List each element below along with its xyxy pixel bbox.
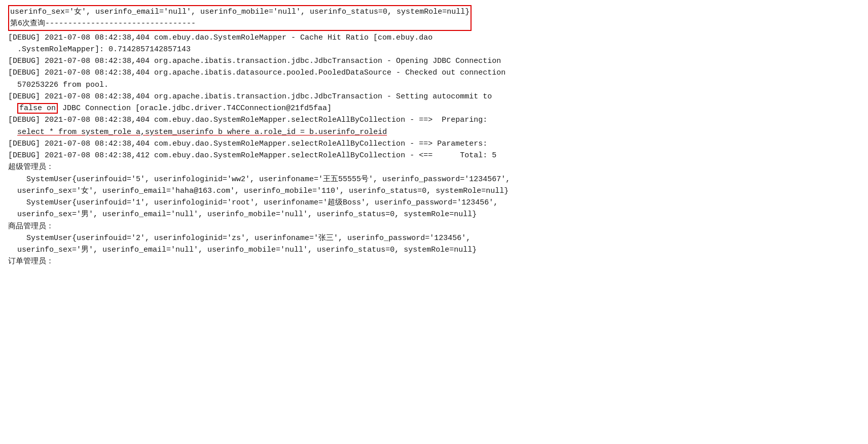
log-line: userinfo_sex='女', userinfo_email='null',… bbox=[10, 6, 469, 18]
log-line: SystemUser{userinfouid='1', userinfologi… bbox=[8, 197, 860, 209]
log-line: [DEBUG] 2021-07-08 08:42:38,404 org.apac… bbox=[8, 67, 860, 79]
log-line: 570253226 from pool. bbox=[8, 79, 860, 91]
log-line: [DEBUG] 2021-07-08 08:42:38,404 com.ebuy… bbox=[8, 138, 860, 150]
top-red-box: userinfo_sex='女', userinfo_email='null',… bbox=[8, 5, 472, 31]
log-line: SystemUser{userinfouid='2', userinfologi… bbox=[8, 232, 860, 244]
log-line: 订单管理员： bbox=[8, 256, 860, 267]
log-line: .SystemRoleMapper]: 0.7142857142857143 bbox=[8, 44, 860, 55]
log-line: 第6次查询--------------------------------- bbox=[10, 18, 469, 29]
false-on-highlight: false on bbox=[17, 103, 58, 114]
log-line: SystemUser{userinfouid='5', userinfologi… bbox=[8, 174, 860, 185]
sql-underline: select * from system_role a,system_useri… bbox=[17, 128, 387, 136]
log-line-underlined: select * from system_role a,system_useri… bbox=[8, 126, 860, 138]
log-line: userinfo_sex='男', userinfo_email='null',… bbox=[8, 209, 860, 220]
log-line: [DEBUG] 2021-07-08 08:42:38,404 com.ebuy… bbox=[8, 114, 860, 126]
log-line-false-on: false on JDBC Connection [oracle.jdbc.dr… bbox=[8, 103, 860, 114]
log-line: userinfo_sex='女', userinfo_email='haha@1… bbox=[8, 185, 860, 197]
log-line: userinfo_sex='男', userinfo_email='null',… bbox=[8, 244, 860, 256]
log-line: [DEBUG] 2021-07-08 08:42:38,404 com.ebuy… bbox=[8, 32, 860, 44]
log-line: [DEBUG] 2021-07-08 08:42:38,404 org.apac… bbox=[8, 91, 860, 103]
log-line: 商品管理员： bbox=[8, 221, 860, 232]
log-container: userinfo_sex='女', userinfo_email='null',… bbox=[8, 5, 860, 444]
log-line: [DEBUG] 2021-07-08 08:42:38,412 com.ebuy… bbox=[8, 150, 860, 161]
log-line: [DEBUG] 2021-07-08 08:42:38,404 org.apac… bbox=[8, 55, 860, 67]
log-line: 超级管理员： bbox=[8, 161, 860, 173]
